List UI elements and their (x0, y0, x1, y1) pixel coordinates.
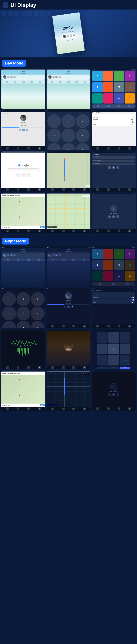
app-phone[interactable]: 📞 (103, 93, 113, 104)
app-camera[interactable]: 📷 (92, 93, 102, 104)
np-bb-map[interactable]: 📍 (118, 230, 120, 232)
social-play[interactable]: ⏸ (112, 166, 115, 169)
nav-btn-3[interactable]: 3D (120, 366, 130, 369)
nm-bb-4[interactable]: ⊞ (83, 325, 86, 328)
nav-arrow-br[interactable]: ↘ (120, 355, 130, 366)
night-nav2-4[interactable] (83, 258, 85, 261)
soc-bb-phone[interactable]: 📞 (96, 188, 99, 191)
nnp-bb-3[interactable]: 📍 (118, 408, 120, 410)
ns-bb-1[interactable]: 📞 (96, 325, 99, 328)
app-maps[interactable]: 📍 (114, 71, 124, 81)
night-key-8[interactable]: 8 (16, 321, 30, 328)
night-auto-connect[interactable]: Auto connect (92, 299, 135, 301)
night-key-4[interactable]: 4 (2, 306, 16, 320)
app-calendar[interactable]: 📅 (124, 93, 135, 104)
settings-auto-answer[interactable]: Auto answer (92, 118, 135, 120)
night-key-2[interactable]: 2 (16, 292, 30, 306)
night-next-1[interactable]: ⏭ (14, 254, 16, 256)
night-np-play[interactable]: ▶ (112, 393, 115, 396)
night-app-10[interactable]: ✉ (114, 271, 124, 282)
nav-icon-music-2[interactable] (59, 80, 62, 83)
social-next[interactable]: ⏭ (116, 166, 120, 169)
app-wechat[interactable]: 💬 (92, 82, 102, 92)
power-toggle[interactable] (132, 124, 134, 125)
nav-music[interactable] (107, 105, 110, 108)
fd-bb-1[interactable]: 📞 (51, 366, 54, 369)
night-key-5[interactable]: 5 (16, 306, 30, 320)
night-power[interactable]: Power (92, 301, 135, 304)
music-prev[interactable]: ⏮ (18, 129, 21, 131)
night-nav2-1[interactable] (52, 258, 54, 261)
app-telegram[interactable]: ✈ (92, 71, 102, 81)
hero-play-btn[interactable]: ⏸ (69, 34, 72, 37)
wv-bb-3[interactable]: 📍 (28, 366, 30, 369)
hero-prev-btn[interactable]: ⏮ (67, 35, 69, 38)
nav-arrow-bl[interactable]: ↙ (97, 355, 108, 366)
night-nav2-3[interactable] (72, 258, 75, 261)
night-app-2[interactable]: ♪ (103, 249, 113, 259)
g-bb-music[interactable]: ♪ (17, 188, 20, 191)
nn-bb-3[interactable]: 📍 (72, 408, 75, 410)
track-3[interactable]: 华年_519718.mp3 (92, 163, 135, 165)
nav-arrow-left[interactable]: ← (97, 344, 108, 354)
auto-connect-toggle[interactable] (132, 121, 134, 123)
night-play-1[interactable]: ⏸ (10, 254, 13, 256)
app-voice[interactable]: 🎙 (103, 82, 113, 92)
nn-bb-1[interactable]: 📞 (51, 408, 54, 410)
fd-bb-4[interactable]: ⊞ (83, 366, 86, 369)
key-6[interactable]: 6 (76, 128, 90, 142)
shortcut-2[interactable]: Y (21, 173, 26, 177)
night-apps-nav-1[interactable] (98, 283, 101, 285)
nav-icon-apps-1[interactable] (30, 80, 33, 83)
nav-btn-1[interactable]: MAP (97, 366, 108, 369)
night-nav2-2[interactable] (62, 258, 64, 261)
bb-music[interactable]: ♪ (17, 147, 20, 150)
night-prev-2[interactable]: ⏮ (52, 254, 55, 256)
night-nav-4[interactable] (38, 258, 40, 261)
menu-icon[interactable] (3, 2, 8, 8)
nm-bb-3[interactable]: 📍 (72, 325, 75, 328)
key-5[interactable]: 5 (62, 128, 75, 142)
app-email[interactable]: ✉ (114, 93, 124, 104)
map-bb-music[interactable]: ♪ (62, 188, 64, 191)
night-play-2[interactable]: ⏸ (55, 254, 58, 256)
go-button[interactable]: GO (40, 226, 44, 228)
night-app-6[interactable]: 🎙 (103, 260, 113, 270)
nav-icon-phone-1[interactable] (6, 80, 8, 83)
soc-bb-music[interactable]: ♪ (107, 188, 110, 191)
shortcut-1[interactable]: G (16, 173, 20, 177)
night-app-bt[interactable]: BT (114, 260, 124, 270)
nav-btn-2[interactable]: SAT (108, 366, 119, 369)
google-search-bar[interactable] (7, 168, 40, 171)
nav-icon-map-1[interactable] (22, 80, 24, 83)
nav-icon[interactable] (130, 4, 134, 6)
map-bb-apps[interactable]: ⊞ (83, 188, 86, 191)
np-bb-phone[interactable]: 📞 (96, 230, 99, 232)
bb-phone[interactable]: 📞 (6, 147, 9, 150)
key-2[interactable]: 2 (62, 114, 75, 128)
night-go-button[interactable]: GO (40, 404, 44, 406)
night-power-toggle[interactable] (132, 302, 134, 303)
nav-icon-set-2[interactable] (84, 80, 86, 83)
night-music-prev[interactable]: ⏮ (64, 306, 66, 308)
rest-bb-music[interactable]: ♪ (17, 230, 20, 232)
key-3[interactable]: 3 (76, 114, 90, 128)
track-1[interactable]: 华年_519818.mp3 (92, 156, 135, 158)
night-app-11[interactable]: 📅 (124, 271, 135, 282)
np-prev[interactable]: ⏮ (108, 215, 111, 218)
set-bb-music[interactable]: ♪ (107, 147, 110, 150)
nav-icon-set-1[interactable] (39, 80, 41, 83)
nnp-bb-1[interactable]: 📞 (96, 408, 99, 410)
night-auto-connect-toggle[interactable] (132, 299, 134, 300)
night-key-1[interactable]: 1 (2, 292, 16, 306)
nm-bb-1[interactable]: 📞 (51, 325, 54, 328)
settings-auto-connect[interactable]: Auto connect (92, 121, 135, 123)
np-bb-music[interactable]: ♪ (107, 230, 110, 232)
g-bb-phone[interactable]: 📞 (6, 188, 9, 191)
np-next[interactable]: ⏭ (116, 215, 120, 218)
nav-arrow-tl[interactable]: ↖ (97, 332, 108, 343)
settings-power[interactable]: Power (92, 123, 135, 126)
nav-bb-music[interactable]: ♪ (62, 230, 64, 232)
track-2[interactable]: 遇见 开心_2019.mp3 (92, 160, 135, 162)
g-bb-map[interactable]: 📍 (28, 188, 30, 191)
